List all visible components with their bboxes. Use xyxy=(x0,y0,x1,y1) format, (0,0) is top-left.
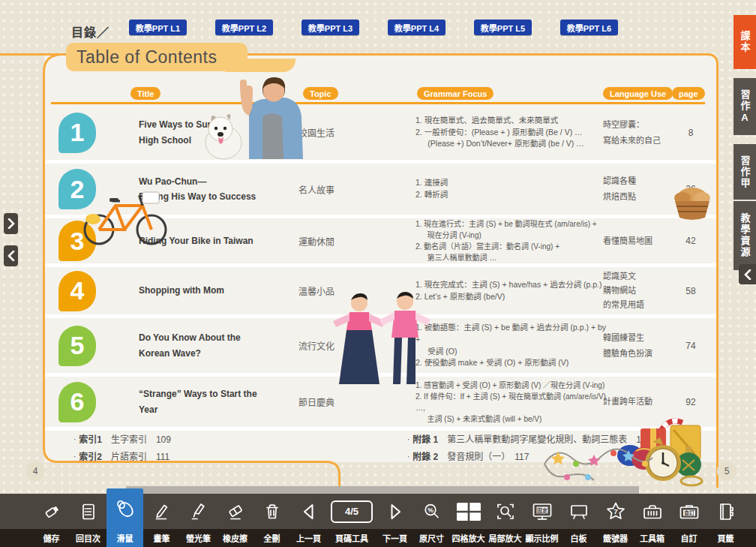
page-indicator-box: 4/5 xyxy=(327,494,376,529)
trash-icon xyxy=(254,494,290,529)
four-grid-icon xyxy=(450,494,487,529)
pen-icon xyxy=(143,494,180,529)
tool-save[interactable]: 儲存 xyxy=(33,494,70,547)
tool-prev-page[interactable]: 上一頁 xyxy=(290,494,327,547)
page-tabs-icon xyxy=(707,494,744,529)
svg-text:自訂: 自訂 xyxy=(684,509,694,515)
lesson-topic: 運動休閒 xyxy=(298,218,366,263)
lesson-title: “Strange” Ways to Start the Year xyxy=(139,377,270,427)
ppt-l5-button[interactable]: 教學PPT L5 xyxy=(474,20,532,35)
tool-highlighter[interactable]: 螢光筆 xyxy=(180,494,217,547)
header-underline xyxy=(51,102,705,104)
tool-pen[interactable]: 畫筆 xyxy=(143,494,180,547)
column-header-page: page xyxy=(672,87,705,100)
hanbok-couple xyxy=(324,291,442,392)
highlighter-icon xyxy=(180,494,217,529)
chevron-left-icon xyxy=(8,251,15,261)
ppt-l2-button[interactable]: 教學PPT L2 xyxy=(215,20,273,35)
svg-text:%: % xyxy=(428,506,434,513)
tool-mouse[interactable]: 滑鼠 xyxy=(106,488,143,547)
lesson-topic: 校園生活 xyxy=(298,105,366,160)
eraser-icon xyxy=(217,494,254,529)
tool-page-indicator[interactable]: 4/5 頁碼工具 xyxy=(327,494,376,547)
region-zoom-icon xyxy=(487,494,524,529)
zoom-percent-icon: % xyxy=(413,494,450,529)
orange-bicycle xyxy=(80,188,171,251)
page-back-button[interactable] xyxy=(4,245,18,266)
lesson-page-number: 42 xyxy=(674,218,708,263)
tool-whiteboard[interactable]: 白板 xyxy=(560,494,597,547)
tool-toolbox[interactable]: 工具箱 xyxy=(634,494,670,547)
bread-basket xyxy=(669,179,716,224)
tab-textbook[interactable]: 課本 xyxy=(734,15,756,69)
page-indicator-value: 4/5 xyxy=(331,500,373,523)
lesson-grammar: 1. 被動語態：主詞 (S) + be 動詞 + 過去分詞 (p.p.) + b… xyxy=(416,318,612,373)
usb-icon xyxy=(33,494,70,529)
tool-page-tabs[interactable]: 頁籤 xyxy=(707,494,744,547)
tool-delete-all[interactable]: 全刪 xyxy=(254,494,290,547)
tool-back-to-toc[interactable]: 回目次 xyxy=(70,494,106,547)
tool-eraser[interactable]: 橡皮擦 xyxy=(217,494,254,547)
tool-original-size[interactable]: % 原尺寸 xyxy=(413,494,450,547)
toc-breadcrumb-label: 目錄／ xyxy=(71,23,110,41)
lesson-language-use: 時空膠囊： 寫給未來的自己 xyxy=(603,105,674,160)
lesson-page-number: 58 xyxy=(674,267,708,314)
index-entry: ‧索引1 生字索引 109 xyxy=(74,431,171,449)
column-header-grammar: Grammar Focus xyxy=(417,87,494,100)
chevron-right-icon xyxy=(8,218,15,229)
page-title: Table of Contents xyxy=(66,43,248,71)
page-forward-button[interactable] xyxy=(4,213,18,234)
tool-custom[interactable]: 自訂 自訂 xyxy=(670,494,707,547)
prev-page-icon xyxy=(290,494,327,529)
star-number-icon: 7 xyxy=(597,494,634,529)
tab-workbook-a[interactable]: 習作A xyxy=(734,78,756,135)
lesson-grammar: 1. 連接詞 2. 轉折詞 xyxy=(416,164,612,215)
lesson-page-number: 74 xyxy=(674,318,708,373)
lesson-grammar: 1. 現在完成式：主詞 (S) + have/has + 過去分詞 (p.p.)… xyxy=(416,267,612,314)
bottom-toolbar: 儲存 回目次 滑鼠 xyxy=(0,494,756,547)
lesson-number-badge: 5 xyxy=(58,326,96,366)
tool-number-picker[interactable]: 7 籤號器 xyxy=(597,494,634,547)
lesson-language-use: 認識英文 購物網站 的常見用語 xyxy=(603,267,674,314)
collapse-rail-button[interactable] xyxy=(739,264,756,284)
display-ratio-icon: 固定 xyxy=(524,494,560,529)
tool-display-ratio[interactable]: 固定 顯示比例 xyxy=(524,494,560,547)
tool-four-grid-zoom[interactable]: 四格放大 xyxy=(450,494,487,547)
lesson-language-use: 看懂簡易地圖 xyxy=(603,218,674,263)
svg-text:7: 7 xyxy=(614,507,617,515)
tool-region-zoom[interactable]: 局部放大 xyxy=(487,494,524,547)
ppt-l4-button[interactable]: 教學PPT L4 xyxy=(388,20,446,35)
lesson-language-use: 認識各種 烘焙西點 xyxy=(603,164,674,215)
tab-teaching-resources[interactable]: 教學資源 xyxy=(734,201,756,270)
string-lights xyxy=(542,441,654,491)
lesson-title: Shopping with Mom xyxy=(139,267,270,314)
lesson-grammar: 1. 現在簡單式、過去簡單式、未來簡單式 2. 一般祈使句：(Please + … xyxy=(416,105,612,160)
mouse-icon xyxy=(106,488,143,529)
tool-next-page[interactable]: 下一頁 xyxy=(376,494,413,547)
index-entry: ‧索引2 片語索引 111 xyxy=(74,449,171,466)
tab-workbook-jia[interactable]: 習作甲 xyxy=(734,144,756,200)
lesson-title: Do You Know About the Korean Wave? xyxy=(139,318,270,373)
toc-row-1: 1 Five Ways to Survive High School 校園生活 … xyxy=(45,105,716,160)
whiteboard-icon xyxy=(560,494,597,529)
svg-text:固定: 固定 xyxy=(537,506,548,513)
next-page-icon xyxy=(376,494,413,529)
column-header-title: Title xyxy=(130,87,160,100)
lesson-number-badge: 1 xyxy=(58,113,96,153)
ppt-l1-button[interactable]: 教學PPT L1 xyxy=(129,20,187,35)
column-header-language: Language Use xyxy=(603,87,673,100)
toc-list-icon xyxy=(70,494,106,529)
lesson-language-use: 韓國練習生 體驗角色扮演 xyxy=(603,318,674,373)
column-header-topic: Topic xyxy=(303,87,338,100)
ppt-l6-button[interactable]: 教學PPT L6 xyxy=(560,20,618,35)
ppt-button-row: 教學PPT L1 教學PPT L2 教學PPT L3 教學PPT L4 教學PP… xyxy=(129,20,618,35)
lesson-number-badge: 4 xyxy=(58,271,96,311)
custom-tool-icon: 自訂 xyxy=(670,494,707,529)
page-number-left: 4 xyxy=(26,461,45,481)
student-with-dog-photo xyxy=(204,71,305,163)
lesson-topic: 名人故事 xyxy=(298,164,366,215)
chevron-left-icon xyxy=(744,269,752,280)
ebook-reader-window: 目錄／ 教學PPT L1 教學PPT L2 教學PPT L3 教學PPT L4 … xyxy=(0,0,756,547)
ppt-l3-button[interactable]: 教學PPT L3 xyxy=(302,20,359,35)
toolbox-icon xyxy=(634,494,670,529)
